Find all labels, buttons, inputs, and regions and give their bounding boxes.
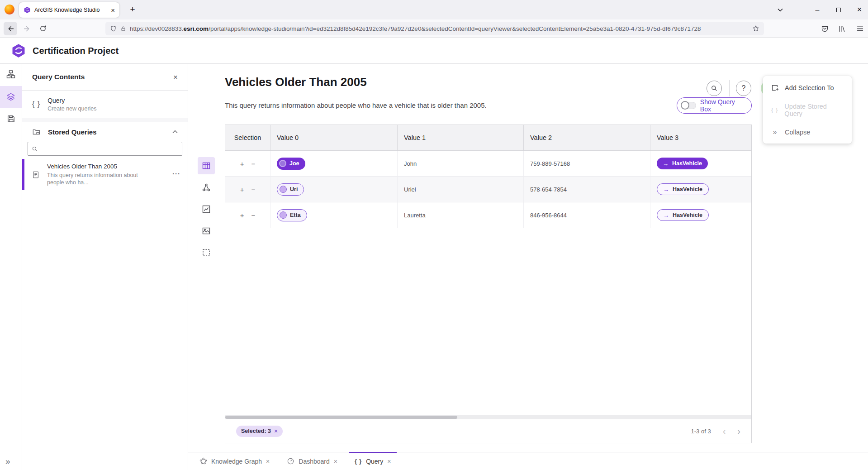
relationship-pill[interactable]: → HasVehicle (657, 158, 708, 169)
left-rail: » (0, 64, 22, 470)
panel-header: Query Contents × (22, 64, 188, 91)
table-row[interactable]: + − Etta Lauretta 846-956-8644 → HasVehi… (225, 202, 751, 228)
bookmark-star-icon[interactable] (752, 25, 759, 32)
panel-title: Query Contents (32, 73, 173, 81)
reload-button[interactable] (36, 22, 50, 35)
cell-value2: 578-654-7854 (530, 186, 567, 193)
tab-label: Knowledge Graph (211, 458, 262, 465)
relationship-label: HasVehicle (672, 160, 702, 167)
stored-query-item[interactable]: Vehicles Older Than 2005 This query retu… (22, 159, 188, 190)
firefox-icon[interactable] (5, 5, 14, 14)
add-to-selection-button[interactable]: + (240, 160, 244, 168)
select-tool-icon[interactable] (198, 244, 215, 261)
library-icon[interactable] (836, 23, 847, 34)
query-item-title: Query (47, 97, 96, 104)
column-header-value3[interactable]: Value 3 (650, 125, 751, 150)
tab-label: Query (366, 458, 383, 465)
table-header-row: Selection Value 0 Value 1 Value 2 Value … (225, 125, 751, 151)
tab-list-chevron-icon[interactable] (773, 0, 787, 19)
tab-query[interactable]: { } Query × (349, 452, 397, 470)
horizontal-scrollbar[interactable] (225, 415, 751, 419)
pocket-icon[interactable] (819, 23, 830, 34)
query-item-subtitle: Create new queries (47, 106, 96, 112)
chart-icon[interactable] (198, 201, 215, 218)
help-button[interactable]: ? (736, 81, 751, 96)
browser-tab[interactable]: ArcGIS Knowledge Studio × (19, 2, 119, 18)
cell-value2: 759-889-57168 (530, 160, 570, 167)
project-tree-icon[interactable] (2, 66, 19, 83)
save-icon[interactable] (2, 110, 19, 127)
relationship-pill[interactable]: → HasVehicle (657, 209, 709, 221)
expand-panel-icon[interactable]: » (5, 456, 10, 466)
menu-item-update-stored-query[interactable]: { } Update Stored Query (763, 99, 852, 121)
table-row[interactable]: + − Uri Uriel 578-654-7854 → HasVehicle (225, 177, 751, 202)
panel-close-icon[interactable]: × (173, 73, 178, 81)
relationship-pill[interactable]: → HasVehicle (657, 183, 709, 195)
toggle-switch[interactable] (681, 102, 696, 109)
remove-from-selection-button[interactable]: − (251, 211, 256, 219)
stored-queries-search[interactable] (28, 142, 182, 156)
entity-label: Etta (290, 212, 301, 218)
scrollbar-thumb[interactable] (225, 416, 457, 419)
column-header-value1[interactable]: Value 1 (398, 125, 524, 150)
table-view-icon[interactable] (198, 157, 215, 174)
stored-queries-search-input[interactable] (42, 145, 178, 152)
column-header-selection[interactable]: Selection (225, 125, 270, 150)
forward-button[interactable] (20, 22, 33, 35)
window-maximize-button[interactable] (832, 0, 845, 19)
search-icon (711, 85, 718, 92)
map-image-icon[interactable] (198, 222, 215, 240)
browser-tabstrip: ArcGIS Knowledge Studio × + – × (0, 0, 868, 19)
url-text[interactable]: https://dev0028833.esri.com/portal/apps/… (130, 25, 749, 32)
previous-page-icon[interactable]: ‹ (723, 427, 726, 436)
add-to-selection-button[interactable]: + (240, 211, 244, 219)
column-header-value2[interactable]: Value 2 (524, 125, 650, 150)
entity-pill[interactable]: Uri (277, 183, 304, 196)
tracking-shield-icon[interactable] (110, 25, 117, 33)
contents-layers-icon[interactable] (2, 88, 19, 106)
tab-dashboard[interactable]: Dashboard × (281, 452, 343, 470)
tab-close-icon[interactable]: × (387, 458, 391, 465)
column-header-value0[interactable]: Value 0 (270, 125, 398, 150)
selection-context-menu: Add Selection To { } Update Stored Query… (763, 76, 852, 144)
clear-selection-icon[interactable]: × (274, 427, 278, 435)
menu-item-collapse[interactable]: » Collapse (763, 121, 852, 143)
show-query-box-toggle[interactable]: Show Query Box (677, 97, 752, 114)
add-to-selection-button[interactable]: + (240, 186, 244, 193)
new-tab-button[interactable]: + (127, 4, 138, 15)
chevron-up-icon[interactable] (172, 130, 178, 134)
remove-from-selection-button[interactable]: − (251, 160, 256, 168)
menu-item-label: Add Selection To (785, 84, 834, 91)
menu-item-add-selection-to[interactable]: Add Selection To (763, 77, 852, 99)
table-row[interactable]: + − Joe John 759-889-57168 → HasVehicle (225, 151, 751, 177)
stored-queries-header[interactable]: Stored Queries (22, 122, 188, 142)
entity-pill[interactable]: Joe (277, 158, 305, 170)
tab-close-icon[interactable]: × (334, 458, 337, 465)
page-description: This query returns information about peo… (225, 101, 487, 109)
lock-icon[interactable] (120, 25, 126, 32)
remove-from-selection-button[interactable]: − (251, 186, 256, 193)
menu-hamburger-icon[interactable] (854, 23, 865, 34)
tab-close-icon[interactable]: × (111, 7, 115, 14)
arrow-right-icon: → (663, 186, 669, 193)
url-bar[interactable]: https://dev0028833.esri.com/portal/apps/… (105, 22, 764, 35)
menu-item-label: Collapse (785, 129, 810, 136)
selected-count-label: Selected: 3 (241, 428, 271, 434)
next-page-icon[interactable]: › (737, 427, 740, 436)
url-prefix: https://dev0028833. (130, 25, 184, 32)
window-minimize-button[interactable]: – (811, 0, 824, 19)
tab-close-icon[interactable]: × (266, 458, 270, 465)
kebab-menu-icon[interactable]: ··· (172, 170, 180, 177)
link-chart-icon[interactable] (198, 179, 215, 196)
table-footer: Selected: 3 × 1-3 of 3 ‹ › (225, 419, 751, 443)
cell-value1: Uriel (404, 186, 416, 193)
dashboard-gauge-icon (287, 457, 294, 465)
back-button[interactable] (4, 22, 17, 35)
header-search-button[interactable] (707, 81, 722, 96)
double-chevron-icon: » (770, 128, 779, 136)
query-item[interactable]: { } Query Create new queries (22, 91, 188, 118)
tab-knowledge-graph[interactable]: Knowledge Graph × (194, 452, 275, 470)
window-close-button[interactable]: × (853, 0, 866, 19)
selected-count-badge[interactable]: Selected: 3 × (236, 426, 283, 437)
entity-pill[interactable]: Etta (277, 209, 307, 221)
